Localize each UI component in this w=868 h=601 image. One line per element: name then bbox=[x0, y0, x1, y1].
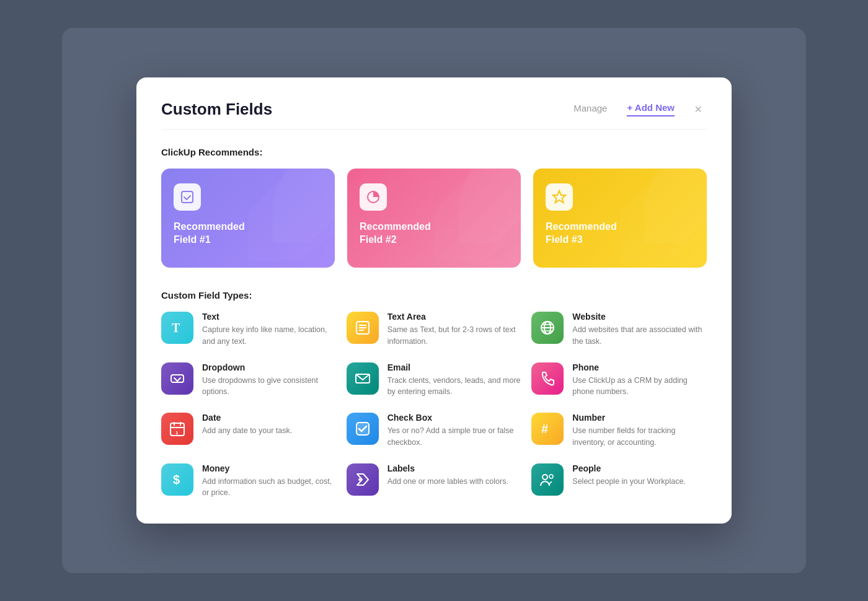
people-field-desc: Select people in your Workplace. bbox=[572, 476, 686, 488]
field-types-section: Custom Field Types: T Text Capture key i… bbox=[161, 290, 707, 499]
custom-fields-modal: Custom Fields Manage + Add New × ClickUp… bbox=[136, 77, 732, 524]
labels-field-name: Labels bbox=[388, 463, 508, 473]
money-field-icon: $ bbox=[161, 463, 193, 496]
phone-field-name: Phone bbox=[572, 362, 707, 372]
dropdown-field-icon bbox=[161, 362, 193, 395]
email-field-name: Email bbox=[388, 362, 522, 372]
svg-point-23 bbox=[358, 478, 361, 481]
field-type-phone[interactable]: Phone Use ClickUp as a CRM by adding pho… bbox=[531, 362, 707, 398]
people-field-info: People Select people in your Workplace. bbox=[572, 463, 686, 488]
text-field-icon: T bbox=[161, 312, 193, 344]
tab-manage[interactable]: Manage bbox=[574, 103, 607, 116]
field-type-textarea[interactable]: Text Area Same as Text, but for 2-3 rows… bbox=[347, 312, 522, 348]
field-type-email[interactable]: Email Track clents, vendors, leads, and … bbox=[347, 362, 522, 398]
date-field-name: Date bbox=[202, 413, 292, 423]
field-type-text[interactable]: T Text Capture key info like name, locat… bbox=[161, 312, 337, 348]
field-type-people[interactable]: People Select people in your Workplace. bbox=[531, 463, 707, 499]
rec-card-3-bg-shape bbox=[620, 169, 707, 261]
text-field-info: Text Capture key info like name, locatio… bbox=[202, 312, 337, 348]
dropdown-field-name: Dropdown bbox=[202, 362, 337, 372]
field-type-labels[interactable]: Labels Add one or more lables with color… bbox=[347, 463, 522, 499]
money-field-name: Money bbox=[202, 463, 337, 473]
field-types-section-label: Custom Field Types: bbox=[161, 290, 707, 300]
modal-title: Custom Fields bbox=[161, 100, 574, 119]
checkbox-field-desc: Yes or no? Add a simple true or false ch… bbox=[388, 425, 522, 449]
text-field-desc: Capture key info like name, location, an… bbox=[202, 324, 337, 348]
dropdown-field-desc: Use dropdowns to give consistent options… bbox=[202, 375, 337, 398]
tab-add-new[interactable]: + Add New bbox=[627, 102, 675, 116]
checkbox-field-name: Check Box bbox=[388, 413, 522, 423]
number-field-icon: # bbox=[531, 413, 564, 445]
svg-point-24 bbox=[542, 475, 547, 480]
number-field-info: Number Use number fields for tracking in… bbox=[572, 413, 707, 449]
screen-background: Custom Fields Manage + Add New × ClickUp… bbox=[62, 28, 806, 573]
rec-card-3-icon bbox=[546, 183, 573, 211]
website-field-name: Website bbox=[572, 312, 707, 322]
labels-field-desc: Add one or more lables with colors. bbox=[388, 476, 508, 488]
text-field-name: Text bbox=[202, 312, 337, 322]
recommended-card-2[interactable]: RecommendedField #2 bbox=[347, 169, 521, 268]
field-type-dropdown[interactable]: Dropdown Use dropdowns to give consisten… bbox=[161, 362, 337, 398]
rec-card-2-bg-shape bbox=[434, 169, 521, 261]
textarea-field-icon bbox=[347, 312, 379, 344]
labels-field-info: Labels Add one or more lables with color… bbox=[388, 463, 508, 488]
modal-header: Custom Fields Manage + Add New × bbox=[161, 100, 707, 119]
svg-marker-2 bbox=[553, 191, 565, 203]
field-type-website[interactable]: Website Add websites that are associated… bbox=[531, 312, 707, 348]
rec-card-1-icon bbox=[174, 183, 201, 211]
recommended-card-1[interactable]: RecommendedField #1 bbox=[161, 169, 335, 268]
rec-card-1-bg-shape bbox=[248, 169, 335, 261]
header-divider bbox=[161, 129, 707, 129]
money-field-desc: Add information such as budget, cost, or… bbox=[202, 476, 337, 499]
close-button[interactable]: × bbox=[689, 101, 707, 118]
phone-field-icon bbox=[531, 362, 564, 395]
rec-card-2-icon bbox=[360, 183, 387, 211]
recommended-section-label: ClickUp Recommends: bbox=[161, 147, 707, 157]
labels-field-icon bbox=[347, 463, 379, 496]
svg-text:T: T bbox=[172, 321, 180, 335]
number-field-desc: Use number fields for tracking inventory… bbox=[572, 425, 707, 449]
svg-point-25 bbox=[549, 475, 553, 478]
money-field-info: Money Add information such as budget, co… bbox=[202, 463, 337, 499]
svg-rect-0 bbox=[182, 191, 193, 203]
recommended-cards-grid: RecommendedField #1 RecommendedField #2 bbox=[161, 169, 707, 268]
email-field-icon bbox=[347, 362, 379, 395]
field-type-checkbox[interactable]: Check Box Yes or no? Add a simple true o… bbox=[347, 413, 522, 449]
website-field-info: Website Add websites that are associated… bbox=[572, 312, 707, 348]
recommended-card-3[interactable]: RecommendedField #3 bbox=[533, 169, 707, 268]
date-field-info: Date Add any date to your task. bbox=[202, 413, 292, 437]
website-field-icon bbox=[531, 312, 564, 344]
svg-text:#: # bbox=[541, 422, 548, 436]
field-type-date[interactable]: 1 Date Add any date to your task. bbox=[161, 413, 337, 449]
textarea-field-info: Text Area Same as Text, but for 2-3 rows… bbox=[388, 312, 522, 348]
phone-field-desc: Use ClickUp as a CRM by adding phone num… bbox=[572, 375, 707, 398]
svg-text:1: 1 bbox=[175, 430, 179, 436]
field-types-grid: T Text Capture key info like name, locat… bbox=[161, 312, 707, 499]
email-field-info: Email Track clents, vendors, leads, and … bbox=[388, 362, 522, 398]
people-field-name: People bbox=[572, 463, 686, 473]
textarea-field-desc: Same as Text, but for 2-3 rows of text i… bbox=[388, 324, 522, 348]
dropdown-field-info: Dropdown Use dropdowns to give consisten… bbox=[202, 362, 337, 398]
date-field-icon: 1 bbox=[161, 413, 193, 445]
checkbox-field-icon bbox=[347, 413, 379, 445]
date-field-desc: Add any date to your task. bbox=[202, 425, 292, 437]
email-field-desc: Track clents, vendors, leads, and more b… bbox=[388, 375, 522, 398]
textarea-field-name: Text Area bbox=[388, 312, 522, 322]
recommended-section: ClickUp Recommends: RecommendedField #1 bbox=[161, 147, 707, 268]
number-field-name: Number bbox=[572, 413, 707, 423]
svg-text:$: $ bbox=[173, 473, 180, 486]
field-type-number[interactable]: # Number Use number fields for tracking … bbox=[531, 413, 707, 449]
field-type-money[interactable]: $ Money Add information such as budget, … bbox=[161, 463, 337, 499]
phone-field-info: Phone Use ClickUp as a CRM by adding pho… bbox=[572, 362, 707, 398]
tab-bar: Manage + Add New bbox=[574, 102, 675, 116]
checkbox-field-info: Check Box Yes or no? Add a simple true o… bbox=[388, 413, 522, 449]
website-field-desc: Add websites that are associated with th… bbox=[572, 324, 707, 348]
people-field-icon bbox=[531, 463, 564, 496]
